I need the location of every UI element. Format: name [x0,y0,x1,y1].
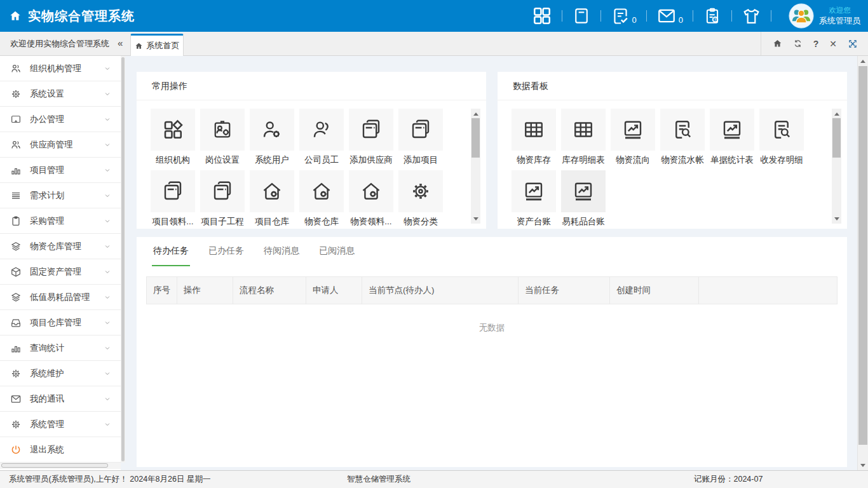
tile-material-flow[interactable]: 物资流向 [611,109,655,166]
divider [600,10,601,22]
tile-doc-stats[interactable]: 单据统计表 [710,109,754,166]
tile-stock-detail[interactable]: 库存明细表 [561,109,606,166]
main-vertical-scrollbar[interactable] [857,56,868,470]
sidebar-item-system-admin[interactable]: 系统管理 [0,412,121,437]
sidebar-item-demand-plan[interactable]: 需求计划 [0,183,121,208]
apps-grid-icon[interactable] [532,6,552,26]
sidebar-item-procurement[interactable]: 采购管理 [0,208,121,234]
tile-company-staff[interactable]: 公司员工 [299,109,344,166]
chevron-down-icon [103,166,112,175]
col-action: 操作 [177,277,233,304]
tile-system-user[interactable]: 系统用户 [250,109,294,166]
tile-project-subproject[interactable]: 项目子工程 [200,170,245,228]
sidebar-item-messages[interactable]: 我的通讯 [0,386,121,412]
scroll-thumb[interactable] [832,118,841,158]
sidebar-item-logout[interactable]: 退出系统 [0,437,121,463]
tile-material-warehouse[interactable]: 物资仓库 [299,170,344,228]
badge-gear-icon [200,109,245,151]
tab-read-messages[interactable]: 已阅消息 [318,237,356,266]
scroll-down-arrow[interactable] [858,460,868,470]
scroll-up-arrow[interactable] [471,109,480,118]
user-text: 欢迎您 系统管理员 [819,6,860,26]
tile-label: 资产台账 [508,216,560,228]
panel-scrollbar[interactable] [471,109,480,224]
user-menu[interactable]: 欢迎您 系统管理员 [789,3,860,29]
tab-system-home[interactable]: 系统首页 [130,34,184,56]
bar-chart-icon [10,342,22,354]
tile-material-stock[interactable]: 物资库存 [512,109,556,166]
help-button[interactable]: ? [813,39,819,48]
sidebar-item-label: 项目仓库管理 [30,317,103,329]
org-grid-icon [151,109,195,151]
tasks-panel: 待办任务 已办任务 待阅消息 已阅消息 序号 操作 流程名称 申请人 当前节点(… [137,237,847,467]
sidebar-item-office[interactable]: 办公管理 [0,107,121,132]
house-gear-icon [250,170,294,212]
sidebar-item-project-warehouse[interactable]: 项目仓库管理 [0,310,121,336]
col-current-node: 当前节点(待办人) [362,277,519,304]
tile-inout-detail[interactable]: 收发存明细 [759,109,804,166]
home-icon [9,10,22,22]
folders-icon [398,109,443,151]
scroll-thumb[interactable] [121,57,125,461]
sidebar-item-label: 物资仓库管理 [30,241,103,252]
tile-add-project[interactable]: 添加项目 [398,109,443,166]
sidebar-item-system-settings[interactable]: 系统设置 [0,81,121,107]
panel-scrollbar[interactable] [832,109,841,224]
sidebar-vertical-scrollbar[interactable] [121,56,125,463]
maximize-button[interactable] [848,39,858,49]
sidebar-item-supplier[interactable]: 供应商管理 [0,132,121,158]
scroll-down-arrow[interactable] [471,214,480,223]
chevron-down-icon [103,191,112,200]
scroll-thumb[interactable] [471,118,480,158]
gear-icon [10,419,22,430]
tile-position-setting[interactable]: 岗位设置 [200,109,245,166]
username: 系统管理员 [819,15,860,26]
theme-tshirt-icon[interactable] [742,6,761,26]
app-window: 实物综合管理系统 0 0 [0,0,868,488]
chevron-down-icon [103,115,112,124]
chevron-down-icon [103,140,112,149]
sidebar-item-maintenance[interactable]: 系统维护 [0,361,121,386]
sidebar-horizontal-scrollbar[interactable] [0,463,121,469]
tile-add-supplier[interactable]: 添加供应商 [349,109,393,166]
close-button[interactable]: ✕ [829,39,837,48]
scroll-thumb[interactable] [1,463,108,468]
notebook-icon[interactable] [572,6,591,25]
scroll-down-arrow[interactable] [832,214,841,223]
status-accounting-month: 记账月份：2024-07 [694,471,763,488]
tab-todo-tasks[interactable]: 待办任务 [152,237,190,266]
gear-icon [398,170,443,212]
collapse-sidebar-button[interactable]: « [118,32,123,55]
tile-label: 物资仓库 [295,216,348,228]
sidebar-item-consumables[interactable]: 低值易耗品管理 [0,285,121,310]
tile-consumable-ledger[interactable]: 易耗品台账 [561,170,606,228]
sidebar-item-query-stats[interactable]: 查询统计 [0,336,121,361]
col-flow-name: 流程名称 [233,277,306,304]
todo-list-icon[interactable]: 0 [611,6,637,26]
tab-done-tasks[interactable]: 已办任务 [207,237,245,266]
tile-material-category[interactable]: 物资分类 [398,170,443,228]
col-current-task: 当前任务 [519,277,610,304]
scroll-up-arrow[interactable] [858,56,868,66]
home-button[interactable] [773,39,782,48]
power-icon [10,444,22,456]
tile-material-ledger[interactable]: 物资流水帐 [660,109,705,166]
tile-material-requisition[interactable]: 物资领料... [349,170,393,228]
doc-search-icon [759,109,804,151]
tile-project-warehouse[interactable]: 项目仓库 [250,170,294,228]
tile-project-material[interactable]: 项目领料... [151,170,195,228]
tab-unread-messages[interactable]: 待阅消息 [262,237,301,266]
refresh-button[interactable] [793,39,803,48]
tile-label: 项目仓库 [246,216,298,228]
mail-icon[interactable]: 0 [656,6,683,26]
sidebar-item-organization[interactable]: 组织机构管理 [0,56,121,81]
sidebar-item-material-warehouse[interactable]: 物资仓库管理 [0,234,121,259]
clipboard-help-icon[interactable] [703,6,722,25]
sidebar-item-fixed-assets[interactable]: 固定资产管理 [0,259,121,285]
scroll-up-arrow[interactable] [832,109,841,118]
gear-icon [10,368,22,379]
tile-org-structure[interactable]: 组织机构 [151,109,195,166]
tile-asset-ledger[interactable]: 资产台账 [512,170,556,228]
sidebar-item-project[interactable]: 项目管理 [0,158,121,183]
scroll-thumb[interactable] [858,66,867,445]
